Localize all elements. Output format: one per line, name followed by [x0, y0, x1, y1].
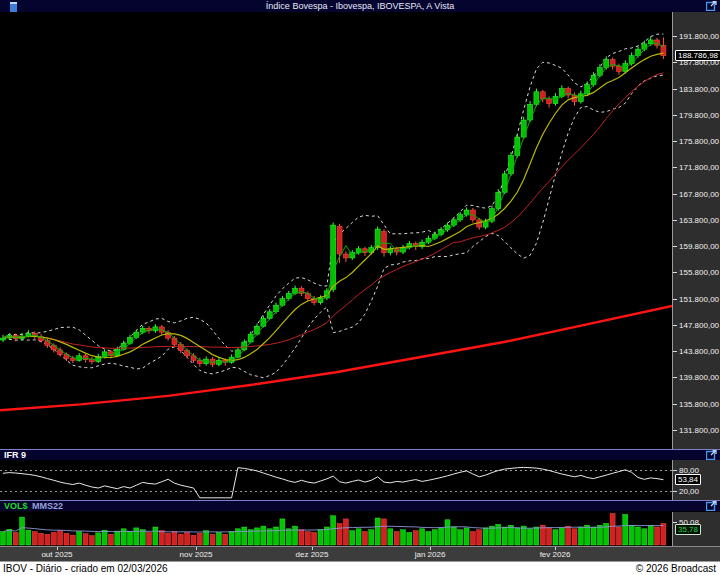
price-axis-label: 175.800,00: [679, 137, 719, 146]
vol-mms22-label: MMS22: [32, 502, 63, 511]
price-axis-tick: [673, 404, 677, 405]
price-axis-tick: [673, 115, 677, 116]
price-axis-label: 147.800,00: [679, 321, 719, 330]
price-axis-tick: [673, 299, 677, 300]
month-label: out 2025: [41, 550, 72, 559]
price-axis-label: 139.800,00: [679, 373, 719, 382]
price-axis-label: 167.800,00: [679, 190, 719, 199]
price-axis-label: 187.800,00: [679, 58, 719, 67]
volume-chart-canvas[interactable]: [0, 512, 672, 546]
price-axis[interactable]: 188.786,98 191.800,00187.800,00183.800,0…: [672, 12, 720, 449]
price-axis-tick: [673, 167, 677, 168]
price-axis-tick: [673, 220, 677, 221]
price-axis-label: 143.800,00: [679, 347, 719, 356]
price-axis-tick: [673, 351, 677, 352]
price-axis-label: 155.800,00: [679, 268, 719, 277]
window-title: Índice Bovespa - Ibovespa, IBOVESPA, A V…: [0, 1, 720, 11]
price-axis-tick: [673, 36, 677, 37]
price-axis-tick: [673, 62, 677, 63]
price-axis-label: 183.800,00: [679, 85, 719, 94]
price-axis-label: 159.800,00: [679, 242, 719, 251]
ifr-lower-label: 20,00: [679, 487, 699, 496]
price-axis-label: 151.800,00: [679, 295, 719, 304]
price-axis-label: 163.800,00: [679, 216, 719, 225]
status-copyright: © 2026 Broadcast: [636, 563, 716, 574]
vol-value-tag: 35,78: [675, 524, 701, 535]
vol-label: VOL$: [4, 502, 28, 511]
status-chart-info: IBOV - Diário - criado em 02/03/2026: [3, 563, 168, 574]
price-axis-tick: [673, 325, 677, 326]
volume-axis[interactable]: 50,08 35,78: [672, 512, 720, 546]
time-axis[interactable]: out 2025nov 2025dez 2025jan 2026fev 2026: [0, 546, 720, 561]
price-axis-label: 179.800,00: [679, 111, 719, 120]
price-axis-tick: [673, 377, 677, 378]
title-bar: Índice Bovespa - Ibovespa, IBOVESPA, A V…: [0, 0, 720, 12]
ifr-panel-header: IFR 9: [0, 449, 720, 460]
volume-panel-header: VOL$ MMS22: [0, 500, 720, 511]
price-axis-label: 131.800,00: [679, 426, 719, 435]
price-axis-tick: [673, 430, 677, 431]
ifr-label: IFR 9: [4, 451, 26, 460]
price-axis-tick: [673, 272, 677, 273]
ifr-axis[interactable]: 80,00 20,00 53,84: [672, 460, 720, 500]
price-axis-tick: [673, 246, 677, 247]
price-axis-tick: [673, 141, 677, 142]
ifr-chart-canvas[interactable]: [0, 460, 672, 500]
ifr-value-tag: 53,84: [675, 474, 701, 485]
price-axis-label: 171.800,00: [679, 163, 719, 172]
vol-detach-icon[interactable]: [706, 501, 717, 511]
status-bar: IBOV - Diário - criado em 02/03/2026 © 2…: [0, 561, 720, 575]
month-label: nov 2025: [180, 550, 213, 559]
month-label: fev 2026: [540, 550, 571, 559]
ifr-detach-icon[interactable]: [706, 450, 717, 460]
price-axis-tick: [673, 194, 677, 195]
month-label: jan 2026: [415, 550, 446, 559]
price-axis-label: 135.800,00: [679, 400, 719, 409]
price-axis-tick: [673, 89, 677, 90]
main-price-chart-canvas[interactable]: [0, 12, 672, 449]
month-label: dez 2025: [296, 550, 329, 559]
price-axis-label: 191.800,00: [679, 32, 719, 41]
detach-window-icon[interactable]: [706, 1, 717, 11]
chart-application-window: Índice Bovespa - Ibovespa, IBOVESPA, A V…: [0, 0, 720, 575]
